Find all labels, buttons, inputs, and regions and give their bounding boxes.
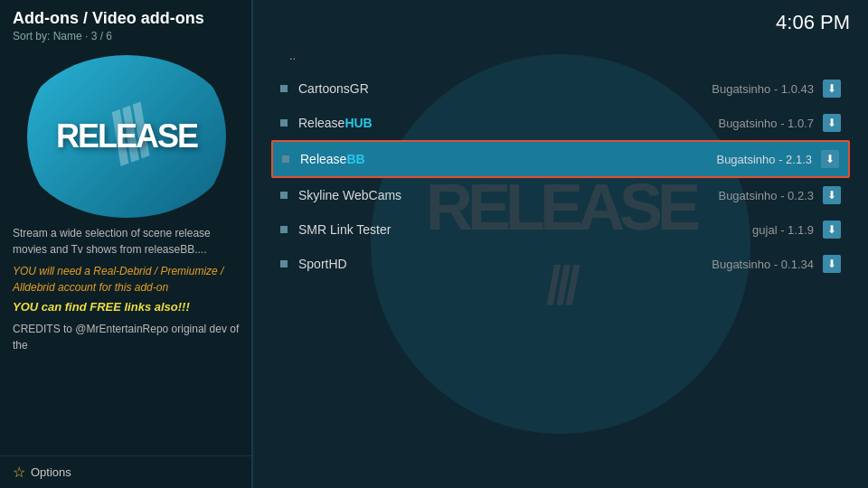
addon-bullet-icon (282, 155, 289, 163)
addon-version-label: Bugatsinho - 1.0.7 (718, 117, 814, 130)
addon-download-icon[interactable]: ⬇ (823, 221, 841, 239)
addon-item[interactable]: Skyline WebCamsBugatsinho - 0.2.3⬇ (271, 178, 850, 212)
ellipsis: .. (271, 45, 850, 71)
description-free: YOU can find FREE links also!!! (13, 299, 241, 315)
addon-item[interactable]: SportHDBugatsinho - 0.1.34⬇ (271, 247, 850, 281)
addon-items-container: CartoonsGRBugatsinho - 1.0.43⬇ReleaseHUB… (271, 71, 850, 281)
addon-bullet-icon (280, 85, 288, 92)
addon-download-icon[interactable]: ⬇ (823, 186, 841, 204)
addon-version-label: Bugatsinho - 1.0.43 (712, 82, 814, 96)
addon-item[interactable]: CartoonsGRBugatsinho - 1.0.43⬇ (271, 71, 850, 106)
addon-item[interactable]: SMR Link Testergujal - 1.1.9⬇ (271, 212, 850, 247)
addon-name-label: SMR Link Tester (298, 222, 752, 237)
addon-circle: /// RELEASE (27, 55, 226, 218)
clock: 4:06 PM (776, 11, 850, 34)
sort-info: Sort by: Name · 3 / 6 (13, 30, 241, 42)
addon-download-icon[interactable]: ⬇ (821, 150, 839, 168)
addon-download-icon[interactable]: ⬇ (823, 255, 841, 273)
description-warning: YOU will need a Real-Debrid / Premiumize… (13, 263, 241, 296)
addon-version-label: Bugatsinho - 2.1.3 (716, 153, 812, 166)
addon-name-label: CartoonsGR (298, 81, 712, 96)
options-label: Options (31, 465, 71, 479)
addon-version-label: gujal - 1.1.9 (752, 223, 814, 237)
addon-image: /// RELEASE (18, 55, 235, 218)
addon-logo-text: RELEASE (56, 120, 197, 153)
addon-bullet-icon (280, 192, 288, 199)
left-panel: Add-ons / Video add-ons Sort by: Name · … (0, 0, 253, 488)
addon-bullet-icon (280, 226, 288, 233)
addon-version-label: Bugatsinho - 0.2.3 (718, 189, 814, 202)
star-icon: ☆ (13, 464, 25, 481)
addon-download-icon[interactable]: ⬇ (823, 80, 841, 98)
description-area: Stream a wide selection of scene release… (0, 225, 253, 455)
description-main: Stream a wide selection of scene release… (13, 225, 241, 258)
description-credits: CREDITS to @MrEntertainRepo original dev… (13, 321, 241, 353)
addon-name-label: ReleaseBB (300, 152, 716, 166)
addon-name-label: ReleaseHUB (298, 116, 718, 130)
addon-list: .. CartoonsGRBugatsinho - 1.0.43⬇Release… (271, 45, 850, 281)
page-title: Add-ons / Video add-ons (13, 9, 241, 28)
addon-download-icon[interactable]: ⬇ (823, 114, 841, 132)
addon-item[interactable]: ReleaseHUBBugatsinho - 1.0.7⬇ (271, 106, 850, 140)
addon-name-label: SportHD (298, 257, 712, 271)
addon-version-label: Bugatsinho - 0.1.34 (712, 258, 814, 271)
options-bar[interactable]: ☆ Options (0, 455, 253, 488)
addon-bullet-icon (280, 260, 288, 267)
header-bar: Add-ons / Video add-ons Sort by: Name · … (0, 0, 253, 48)
addon-name-label: Skyline WebCams (298, 188, 718, 202)
panel-divider (251, 0, 253, 488)
right-panel: RELEASE/// 4:06 PM .. CartoonsGRBugatsin… (253, 0, 868, 488)
addon-item[interactable]: ReleaseBBBugatsinho - 2.1.3⬇ (271, 140, 850, 178)
addon-bullet-icon (280, 119, 288, 127)
